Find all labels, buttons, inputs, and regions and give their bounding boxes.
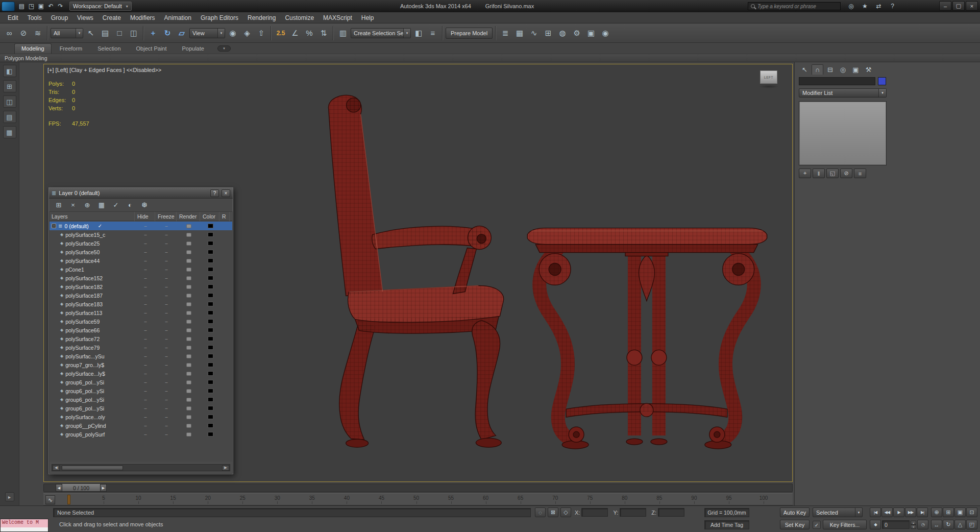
- key-selection-dropdown[interactable]: Selected ▾: [813, 507, 863, 517]
- hide-cell[interactable]: –: [135, 432, 156, 437]
- layer-row[interactable]: ◈polySurface50––: [50, 248, 232, 256]
- communication-center-icon[interactable]: ◎: [846, 1, 856, 11]
- hide-layers-icon[interactable]: ◐: [125, 200, 135, 210]
- layer-row[interactable]: ◈group6_pol...ySi––: [50, 386, 232, 395]
- layer-row[interactable]: ◈polySurface183––: [50, 300, 232, 308]
- color-cell[interactable]: [201, 319, 220, 324]
- minimize-button[interactable]: –: [939, 1, 951, 11]
- freeze-cell[interactable]: –: [156, 258, 177, 263]
- freeze-layers-icon[interactable]: ❆: [139, 200, 150, 210]
- rendered-frame-icon[interactable]: ▣: [584, 27, 598, 40]
- key-filter-check-icon[interactable]: ✓: [813, 521, 821, 529]
- menu-animation[interactable]: Animation: [160, 13, 196, 23]
- viewport-layout-tabs-icon[interactable]: ◧: [3, 65, 16, 77]
- delete-layer-icon[interactable]: ×: [68, 200, 78, 210]
- column-header-hide[interactable]: Hide: [135, 212, 155, 221]
- dialog-close-button[interactable]: ×: [222, 189, 230, 197]
- dropdown-arrow-icon[interactable]: ▾: [217, 29, 225, 38]
- bind-to-spacewarp-icon[interactable]: ≋: [31, 27, 44, 40]
- layer-row[interactable]: ◈group6_pol...ySi––: [50, 404, 232, 413]
- color-cell[interactable]: [201, 276, 220, 280]
- hide-cell[interactable]: –: [135, 397, 156, 402]
- freeze-cell[interactable]: –: [156, 362, 177, 368]
- layer-row[interactable]: ◈polySurface...oly––: [50, 413, 232, 421]
- scrollbar-thumb[interactable]: [62, 466, 123, 470]
- configure-modifier-sets-icon[interactable]: ≡: [854, 168, 866, 178]
- column-header-r[interactable]: R: [219, 212, 230, 221]
- hide-cell[interactable]: –: [135, 241, 156, 246]
- select-by-name-icon[interactable]: ▤: [99, 27, 112, 40]
- hide-cell[interactable]: –: [135, 267, 156, 272]
- new-layer-icon[interactable]: ⊞: [54, 200, 64, 210]
- close-button[interactable]: ×: [966, 1, 978, 11]
- color-cell[interactable]: [201, 267, 220, 272]
- color-cell[interactable]: [201, 258, 220, 263]
- menu-help[interactable]: Help: [357, 13, 379, 23]
- key-filters-button[interactable]: Key Filters...: [823, 520, 867, 529]
- render-cell[interactable]: [177, 363, 201, 367]
- color-cell[interactable]: [201, 362, 220, 367]
- align-icon[interactable]: ≡: [426, 27, 439, 40]
- track-bar[interactable]: ∿ 51015202530354045505560657075808590951…: [43, 493, 793, 505]
- undo-icon[interactable]: ↶: [46, 2, 56, 11]
- time-slider-value[interactable]: 0 / 100: [62, 484, 100, 492]
- mirror-icon[interactable]: ◧: [412, 27, 425, 40]
- object-color-swatch[interactable]: [878, 77, 886, 85]
- render-setup-icon[interactable]: ⚙: [570, 27, 583, 40]
- layer-row[interactable]: ◈polySurface182––: [50, 282, 232, 291]
- hide-cell[interactable]: –: [135, 232, 156, 237]
- maximize-viewport-icon[interactable]: ◰: [966, 520, 977, 529]
- layer-row[interactable]: ◈polySurface187––: [50, 291, 232, 300]
- render-cell[interactable]: [177, 224, 201, 228]
- layer-row[interactable]: ◈polySurfac...ySu––: [50, 352, 232, 360]
- freeze-cell[interactable]: –: [156, 310, 177, 316]
- ribbon-tab-object-paint[interactable]: Object Paint: [129, 43, 174, 54]
- go-to-end-icon[interactable]: ▶|: [917, 507, 928, 517]
- render-cell[interactable]: [177, 302, 201, 306]
- freeze-cell[interactable]: –: [156, 371, 177, 376]
- current-frame-field[interactable]: [882, 520, 910, 529]
- key-mode-icon[interactable]: ◆: [870, 520, 881, 529]
- menu-tools[interactable]: Tools: [23, 13, 46, 23]
- column-header-freeze[interactable]: Freeze: [155, 212, 177, 221]
- add-viewport-layout-icon[interactable]: ◫: [3, 95, 16, 108]
- layer-row[interactable]: ◈group6_pol...ySi––: [50, 378, 232, 386]
- render-cell[interactable]: [177, 250, 201, 254]
- coordinate-z-field[interactable]: [658, 508, 684, 517]
- menu-edit[interactable]: Edit: [3, 13, 23, 23]
- color-cell[interactable]: [201, 380, 220, 384]
- freeze-cell[interactable]: –: [156, 267, 177, 272]
- viewcube-face[interactable]: LEFT: [760, 70, 777, 84]
- color-cell[interactable]: [201, 397, 220, 402]
- freeze-cell[interactable]: –: [156, 432, 177, 437]
- hide-cell[interactable]: –: [135, 423, 156, 428]
- previous-frame-icon[interactable]: ◀◀: [881, 507, 893, 517]
- color-cell[interactable]: [201, 423, 220, 428]
- layer-row[interactable]: ◈polySurface...ly$––: [50, 369, 232, 378]
- column-header-layers[interactable]: Layers: [49, 212, 135, 221]
- render-cell[interactable]: [177, 233, 201, 237]
- time-configuration-icon[interactable]: ◷: [917, 520, 928, 529]
- zoom-region-icon[interactable]: ⊡: [966, 507, 977, 517]
- schematic-view-icon[interactable]: ⊞: [542, 27, 555, 40]
- layout-maximize-icon[interactable]: ▦: [3, 126, 16, 138]
- open-file-icon[interactable]: ◳: [27, 2, 36, 11]
- ribbon-tab-selection[interactable]: Selection: [90, 43, 128, 54]
- dropdown-arrow-icon[interactable]: ▾: [76, 29, 83, 38]
- color-cell[interactable]: [201, 415, 220, 419]
- freeze-cell[interactable]: –: [156, 276, 177, 281]
- freeze-cell[interactable]: –: [156, 345, 177, 350]
- render-cell[interactable]: [177, 406, 201, 410]
- color-cell[interactable]: [201, 336, 220, 341]
- layout-list-icon[interactable]: ▤: [3, 111, 16, 123]
- hide-cell[interactable]: –: [135, 258, 156, 263]
- layer-row[interactable]: ◈polySurface59––: [50, 317, 232, 326]
- workspace-dropdown[interactable]: Workspace: Default ▾: [69, 2, 132, 11]
- color-cell[interactable]: [201, 345, 220, 350]
- color-cell[interactable]: [201, 432, 220, 437]
- render-cell[interactable]: [177, 241, 201, 246]
- hide-cell[interactable]: –: [135, 371, 156, 376]
- layer-row[interactable]: ◈group7_gro...ly$––: [50, 360, 232, 369]
- hide-cell[interactable]: –: [135, 328, 156, 333]
- render-cell[interactable]: [177, 311, 201, 315]
